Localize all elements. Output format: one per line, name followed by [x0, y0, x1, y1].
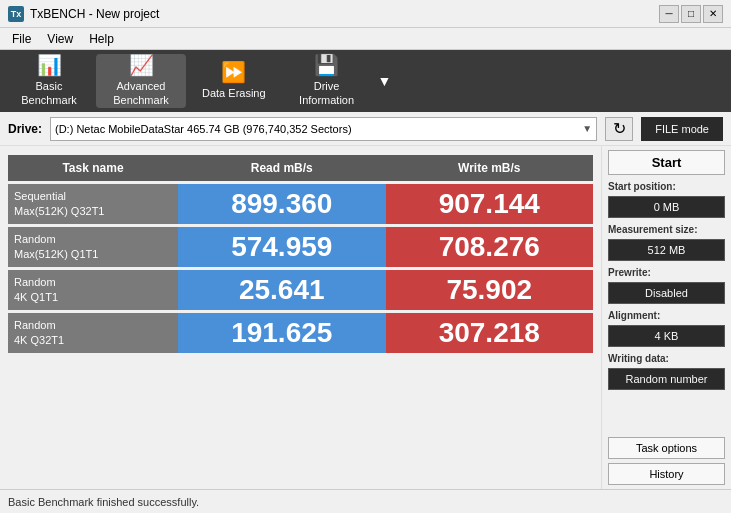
minimize-button[interactable]: ─ — [659, 5, 679, 23]
toolbar-data-erasing[interactable]: ⏩ Data Erasing — [188, 54, 280, 108]
menu-bar: File View Help — [0, 28, 731, 50]
title-bar-controls: ─ □ ✕ — [659, 5, 723, 23]
write-value-sequential: 907.144 — [386, 184, 594, 224]
write-value-random-4k-q32t1: 307.218 — [386, 313, 594, 353]
title-bar-left: Tx TxBENCH - New project — [8, 6, 159, 22]
alignment-value[interactable]: 4 KB — [608, 325, 725, 347]
start-button[interactable]: Start — [608, 150, 725, 175]
table-row: Random Max(512K) Q1T1 574.959 708.276 — [8, 227, 593, 267]
read-value-sequential: 899.360 — [178, 184, 386, 224]
write-value-random-512k: 708.276 — [386, 227, 594, 267]
task-name-random-512k: Random Max(512K) Q1T1 — [8, 227, 178, 267]
basic-benchmark-label: BasicBenchmark — [21, 79, 77, 108]
drive-information-icon: 💾 — [314, 55, 339, 75]
basic-benchmark-icon: 📊 — [37, 55, 62, 75]
drive-row: Drive: (D:) Netac MobileDataStar 465.74 … — [0, 112, 731, 146]
table-area: Task name Read mB/s Write mB/s Sequentia… — [0, 146, 601, 489]
task-name-random-4k-q32t1: Random 4K Q32T1 — [8, 313, 178, 353]
read-value-random-4k-q32t1: 191.625 — [178, 313, 386, 353]
file-mode-button[interactable]: FILE mode — [641, 117, 723, 141]
write-value-random-4k-q1t1: 75.902 — [386, 270, 594, 310]
menu-help[interactable]: Help — [81, 30, 122, 48]
start-position-value[interactable]: 0 MB — [608, 196, 725, 218]
drive-select-arrow-icon: ▼ — [582, 123, 592, 134]
measurement-size-value[interactable]: 512 MB — [608, 239, 725, 261]
status-bar: Basic Benchmark finished successfully. — [0, 489, 731, 513]
title-bar: Tx TxBENCH - New project ─ □ ✕ — [0, 0, 731, 28]
menu-file[interactable]: File — [4, 30, 39, 48]
drive-label: Drive: — [8, 122, 42, 136]
task-name-sequential: Sequential Max(512K) Q32T1 — [8, 184, 178, 224]
app-icon: Tx — [8, 6, 24, 22]
task-name-random-4k-q1t1: Random 4K Q1T1 — [8, 270, 178, 310]
table-row: Sequential Max(512K) Q32T1 899.360 907.1… — [8, 184, 593, 224]
history-button[interactable]: History — [608, 463, 725, 485]
close-button[interactable]: ✕ — [703, 5, 723, 23]
table-row: Random 4K Q1T1 25.641 75.902 — [8, 270, 593, 310]
drive-refresh-button[interactable]: ↻ — [605, 117, 633, 141]
col-read: Read mB/s — [178, 155, 386, 181]
drive-select-value: (D:) Netac MobileDataStar 465.74 GB (976… — [55, 123, 352, 135]
menu-view[interactable]: View — [39, 30, 81, 48]
drive-select[interactable]: (D:) Netac MobileDataStar 465.74 GB (976… — [50, 117, 597, 141]
read-value-random-4k-q1t1: 25.641 — [178, 270, 386, 310]
data-erasing-label: Data Erasing — [202, 86, 266, 100]
window-title: TxBENCH - New project — [30, 7, 159, 21]
restore-button[interactable]: □ — [681, 5, 701, 23]
toolbar-advanced-benchmark[interactable]: 📈 AdvancedBenchmark — [96, 54, 186, 108]
col-task-name: Task name — [8, 155, 178, 181]
toolbar-more-arrow[interactable]: ▼ — [374, 73, 396, 89]
alignment-label: Alignment: — [608, 310, 725, 321]
writing-data-label: Writing data: — [608, 353, 725, 364]
right-panel: Start Start position: 0 MB Measurement s… — [601, 146, 731, 489]
read-value-random-512k: 574.959 — [178, 227, 386, 267]
toolbar: 📊 BasicBenchmark 📈 AdvancedBenchmark ⏩ D… — [0, 50, 731, 112]
writing-data-value[interactable]: Random number — [608, 368, 725, 390]
drive-information-label: DriveInformation — [299, 79, 354, 108]
data-erasing-icon: ⏩ — [221, 62, 246, 82]
prewrite-value[interactable]: Disabled — [608, 282, 725, 304]
main-area: Task name Read mB/s Write mB/s Sequentia… — [0, 146, 731, 489]
col-write: Write mB/s — [386, 155, 594, 181]
start-position-label: Start position: — [608, 181, 725, 192]
measurement-size-label: Measurement size: — [608, 224, 725, 235]
toolbar-basic-benchmark[interactable]: 📊 BasicBenchmark — [4, 54, 94, 108]
advanced-benchmark-icon: 📈 — [129, 55, 154, 75]
toolbar-drive-information[interactable]: 💾 DriveInformation — [282, 54, 372, 108]
refresh-icon: ↻ — [613, 119, 626, 138]
prewrite-label: Prewrite: — [608, 267, 725, 278]
task-options-button[interactable]: Task options — [608, 437, 725, 459]
table-row: Random 4K Q32T1 191.625 307.218 — [8, 313, 593, 353]
status-message: Basic Benchmark finished successfully. — [8, 496, 199, 508]
benchmark-table: Task name Read mB/s Write mB/s Sequentia… — [8, 152, 593, 356]
advanced-benchmark-label: AdvancedBenchmark — [113, 79, 169, 108]
